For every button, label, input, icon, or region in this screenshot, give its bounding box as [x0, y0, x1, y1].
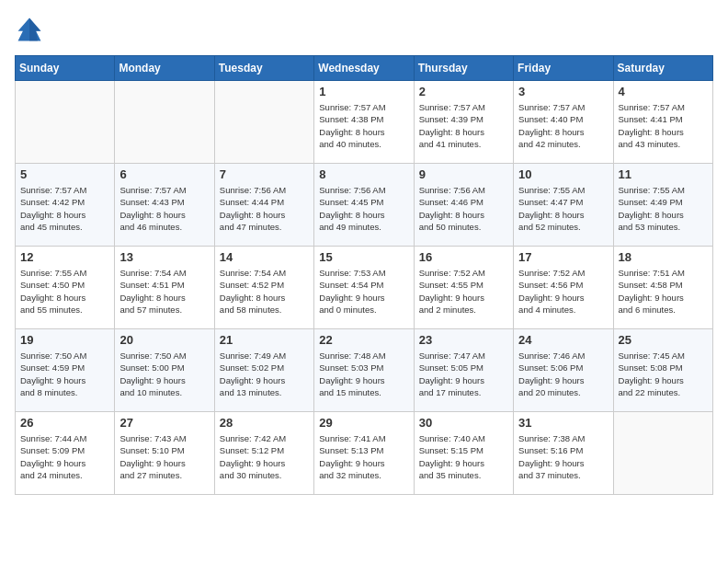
calendar-cell: 22Sunrise: 7:48 AM Sunset: 5:03 PM Dayli… [314, 329, 414, 412]
calendar-cell: 4Sunrise: 7:57 AM Sunset: 4:41 PM Daylig… [613, 81, 712, 164]
day-number: 3 [518, 85, 608, 98]
weekday-header-sunday: Sunday [16, 56, 115, 81]
calendar-cell: 14Sunrise: 7:54 AM Sunset: 4:52 PM Dayli… [214, 247, 313, 329]
cell-info: Sunrise: 7:57 AM Sunset: 4:41 PM Dayligh… [619, 101, 708, 150]
day-number: 30 [419, 416, 508, 430]
cell-info: Sunrise: 7:57 AM Sunset: 4:38 PM Dayligh… [319, 101, 408, 150]
calendar-cell: 9Sunrise: 7:56 AM Sunset: 4:46 PM Daylig… [414, 164, 513, 247]
cell-info: Sunrise: 7:55 AM Sunset: 4:49 PM Dayligh… [619, 184, 708, 233]
calendar-cell: 21Sunrise: 7:49 AM Sunset: 5:02 PM Dayli… [214, 329, 313, 412]
calendar-cell [115, 81, 214, 164]
day-number: 6 [119, 167, 209, 181]
cell-info: Sunrise: 7:43 AM Sunset: 5:10 PM Dayligh… [119, 432, 209, 481]
calendar-cell: 3Sunrise: 7:57 AM Sunset: 4:40 PM Daylig… [514, 81, 613, 164]
calendar-cell: 15Sunrise: 7:53 AM Sunset: 4:54 PM Dayli… [314, 247, 414, 329]
calendar-cell: 19Sunrise: 7:50 AM Sunset: 4:59 PM Dayli… [16, 329, 115, 412]
cell-info: Sunrise: 7:49 AM Sunset: 5:02 PM Dayligh… [220, 350, 309, 398]
weekday-header-saturday: Saturday [613, 56, 712, 81]
calendar-cell: 1Sunrise: 7:57 AM Sunset: 4:38 PM Daylig… [314, 81, 414, 164]
day-number: 20 [119, 333, 209, 347]
svg-marker-1 [29, 18, 40, 41]
day-number: 29 [319, 416, 408, 430]
day-number: 31 [518, 416, 608, 430]
day-number: 28 [220, 416, 309, 430]
weekday-header-monday: Monday [115, 56, 214, 81]
cell-info: Sunrise: 7:44 AM Sunset: 5:09 PM Dayligh… [20, 432, 109, 481]
calendar-cell: 10Sunrise: 7:55 AM Sunset: 4:47 PM Dayli… [514, 164, 613, 247]
cell-info: Sunrise: 7:50 AM Sunset: 5:00 PM Dayligh… [119, 350, 209, 398]
calendar-cell: 26Sunrise: 7:44 AM Sunset: 5:09 PM Dayli… [16, 412, 115, 495]
calendar-cell: 29Sunrise: 7:41 AM Sunset: 5:13 PM Dayli… [314, 412, 414, 495]
day-number: 8 [319, 167, 408, 181]
cell-info: Sunrise: 7:53 AM Sunset: 4:54 PM Dayligh… [319, 267, 408, 316]
calendar-cell: 12Sunrise: 7:55 AM Sunset: 4:50 PM Dayli… [16, 247, 115, 329]
weekday-header-tuesday: Tuesday [214, 56, 313, 81]
day-number: 10 [518, 167, 608, 181]
day-number: 4 [619, 85, 708, 98]
calendar-cell: 25Sunrise: 7:45 AM Sunset: 5:08 PM Dayli… [613, 329, 712, 412]
cell-info: Sunrise: 7:56 AM Sunset: 4:45 PM Dayligh… [319, 184, 408, 233]
calendar-cell [214, 81, 313, 164]
calendar-cell: 17Sunrise: 7:52 AM Sunset: 4:56 PM Dayli… [514, 247, 613, 329]
cell-info: Sunrise: 7:48 AM Sunset: 5:03 PM Dayligh… [319, 350, 408, 398]
cell-info: Sunrise: 7:52 AM Sunset: 4:55 PM Dayligh… [419, 267, 508, 316]
cell-info: Sunrise: 7:50 AM Sunset: 4:59 PM Dayligh… [20, 350, 109, 398]
day-number: 23 [419, 333, 508, 347]
cell-info: Sunrise: 7:57 AM Sunset: 4:39 PM Dayligh… [419, 101, 508, 150]
cell-info: Sunrise: 7:52 AM Sunset: 4:56 PM Dayligh… [518, 267, 608, 316]
cell-info: Sunrise: 7:41 AM Sunset: 5:13 PM Dayligh… [319, 432, 408, 481]
day-number: 22 [319, 333, 408, 347]
day-number: 27 [119, 416, 209, 430]
cell-info: Sunrise: 7:40 AM Sunset: 5:15 PM Dayligh… [419, 432, 508, 481]
day-number: 19 [20, 333, 109, 347]
day-number: 5 [20, 167, 109, 181]
calendar-cell: 13Sunrise: 7:54 AM Sunset: 4:51 PM Dayli… [115, 247, 214, 329]
day-number: 7 [220, 167, 309, 181]
cell-info: Sunrise: 7:57 AM Sunset: 4:40 PM Dayligh… [518, 101, 608, 150]
calendar-cell: 20Sunrise: 7:50 AM Sunset: 5:00 PM Dayli… [115, 329, 214, 412]
day-number: 18 [619, 250, 708, 264]
calendar-cell: 7Sunrise: 7:56 AM Sunset: 4:44 PM Daylig… [214, 164, 313, 247]
cell-info: Sunrise: 7:57 AM Sunset: 4:43 PM Dayligh… [119, 184, 209, 233]
cell-info: Sunrise: 7:55 AM Sunset: 4:50 PM Dayligh… [20, 267, 109, 316]
day-number: 21 [220, 333, 309, 347]
calendar-cell: 23Sunrise: 7:47 AM Sunset: 5:05 PM Dayli… [414, 329, 513, 412]
calendar-cell: 6Sunrise: 7:57 AM Sunset: 4:43 PM Daylig… [115, 164, 214, 247]
logo-icon [15, 15, 44, 44]
cell-info: Sunrise: 7:45 AM Sunset: 5:08 PM Dayligh… [619, 350, 708, 398]
calendar-table: SundayMondayTuesdayWednesdayThursdayFrid… [15, 55, 713, 495]
cell-info: Sunrise: 7:46 AM Sunset: 5:06 PM Dayligh… [518, 350, 608, 398]
calendar-cell: 27Sunrise: 7:43 AM Sunset: 5:10 PM Dayli… [115, 412, 214, 495]
cell-info: Sunrise: 7:57 AM Sunset: 4:42 PM Dayligh… [20, 184, 109, 233]
day-number: 16 [419, 250, 508, 264]
cell-info: Sunrise: 7:42 AM Sunset: 5:12 PM Dayligh… [220, 432, 309, 481]
calendar-cell: 16Sunrise: 7:52 AM Sunset: 4:55 PM Dayli… [414, 247, 513, 329]
page-header [15, 15, 713, 44]
calendar-cell: 8Sunrise: 7:56 AM Sunset: 4:45 PM Daylig… [314, 164, 414, 247]
calendar-cell: 11Sunrise: 7:55 AM Sunset: 4:49 PM Dayli… [613, 164, 712, 247]
cell-info: Sunrise: 7:56 AM Sunset: 4:46 PM Dayligh… [419, 184, 508, 233]
day-number: 24 [518, 333, 608, 347]
weekday-header-thursday: Thursday [414, 56, 513, 81]
weekday-header-friday: Friday [514, 56, 613, 81]
cell-info: Sunrise: 7:51 AM Sunset: 4:58 PM Dayligh… [619, 267, 708, 316]
day-number: 11 [619, 167, 708, 181]
cell-info: Sunrise: 7:56 AM Sunset: 4:44 PM Dayligh… [220, 184, 309, 233]
cell-info: Sunrise: 7:54 AM Sunset: 4:51 PM Dayligh… [119, 267, 209, 316]
calendar-cell: 24Sunrise: 7:46 AM Sunset: 5:06 PM Dayli… [514, 329, 613, 412]
day-number: 1 [319, 85, 408, 98]
cell-info: Sunrise: 7:55 AM Sunset: 4:47 PM Dayligh… [518, 184, 608, 233]
cell-info: Sunrise: 7:47 AM Sunset: 5:05 PM Dayligh… [419, 350, 508, 398]
day-number: 2 [419, 85, 508, 98]
day-number: 12 [20, 250, 109, 264]
calendar-cell: 30Sunrise: 7:40 AM Sunset: 5:15 PM Dayli… [414, 412, 513, 495]
calendar-cell: 31Sunrise: 7:38 AM Sunset: 5:16 PM Dayli… [514, 412, 613, 495]
calendar-cell: 28Sunrise: 7:42 AM Sunset: 5:12 PM Dayli… [214, 412, 313, 495]
logo [15, 15, 48, 44]
cell-info: Sunrise: 7:38 AM Sunset: 5:16 PM Dayligh… [518, 432, 608, 481]
day-number: 26 [20, 416, 109, 430]
day-number: 9 [419, 167, 508, 181]
cell-info: Sunrise: 7:54 AM Sunset: 4:52 PM Dayligh… [220, 267, 309, 316]
day-number: 15 [319, 250, 408, 264]
calendar-cell: 2Sunrise: 7:57 AM Sunset: 4:39 PM Daylig… [414, 81, 513, 164]
